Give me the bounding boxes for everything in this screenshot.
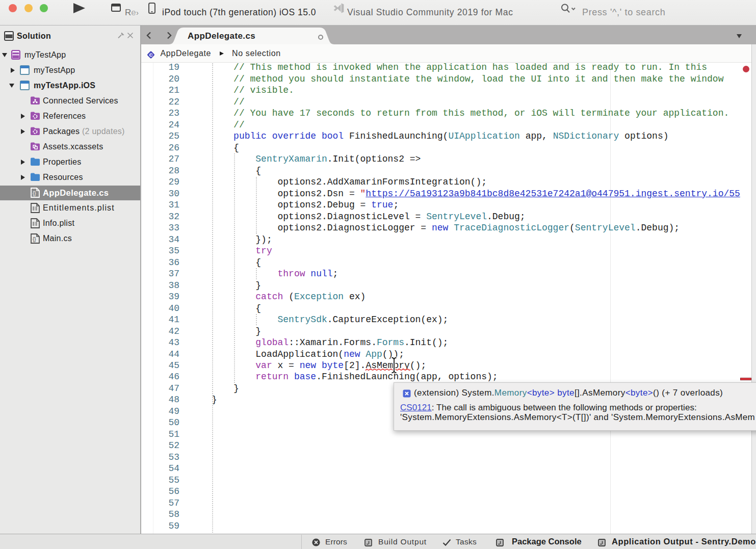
svg-text:{}: {} — [33, 191, 36, 196]
svg-text:{}: {} — [33, 237, 36, 242]
svg-text:C: C — [149, 52, 153, 58]
